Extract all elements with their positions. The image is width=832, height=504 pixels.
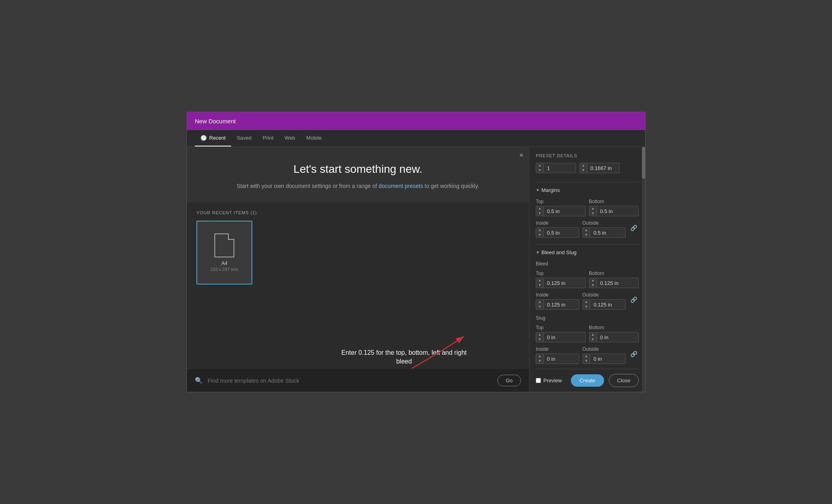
margins-inside-input[interactable] <box>544 228 576 237</box>
slug-link-icon[interactable]: 🔗 <box>629 349 639 359</box>
annotation-area: Enter 0.125 for the top, bottom, left an… <box>196 285 519 340</box>
tab-saved[interactable]: Saved <box>231 130 257 146</box>
bleed-outside-input[interactable] <box>590 300 622 309</box>
slug-inside-spinner: ▲ ▼ <box>536 354 544 364</box>
margins-top-bottom-row: Top ▲ ▼ Bottom ▲ ▼ <box>536 196 639 216</box>
go-button[interactable]: Go <box>497 375 521 386</box>
bleed-label: Bleed <box>536 261 639 267</box>
slug-outside-spinner: ▲ ▼ <box>583 354 590 364</box>
margins-bottom-down[interactable]: ▼ <box>589 211 596 216</box>
bleed-slug-section-header[interactable]: ▼ Bleed and Slug <box>536 249 639 255</box>
search-icon: 🔍 <box>195 377 203 384</box>
margins-bottom-spinner: ▲ ▼ <box>589 206 597 216</box>
bleed-inside-input[interactable] <box>544 300 576 309</box>
scrollbar-thumb[interactable] <box>642 147 645 179</box>
slug-outside-input-group: ▲ ▼ <box>582 354 626 364</box>
margins-outside-down[interactable]: ▼ <box>583 233 590 237</box>
bleed-bottom-col: Bottom ▲ ▼ <box>589 268 639 288</box>
bleed-top-input[interactable] <box>544 279 576 288</box>
margins-inside-input-group: ▲ ▼ <box>536 227 579 238</box>
bleed-slug-section-label: Bleed and Slug <box>541 249 576 255</box>
slug-bottom-up[interactable]: ▲ <box>589 332 596 337</box>
tab-print[interactable]: Print <box>257 130 279 146</box>
slug-top-input[interactable] <box>544 333 576 342</box>
bleed-bottom-spinner: ▲ ▼ <box>589 278 597 288</box>
slug-top-label: Top <box>536 325 586 330</box>
right-panel: PRESET DETAILS ▲ ▼ ▲ ▼ <box>529 147 645 392</box>
hero-section: × Let's start something new. Start with … <box>187 147 529 202</box>
margins-top-up[interactable]: ▲ <box>536 206 543 211</box>
slug-top-up[interactable]: ▲ <box>536 332 543 337</box>
bleed-bottom-input-group: ▲ ▼ <box>589 278 639 288</box>
width-down-arrow[interactable]: ▼ <box>536 168 543 173</box>
tab-web[interactable]: Web <box>279 130 301 146</box>
slug-inside-input[interactable] <box>544 354 576 364</box>
slug-inside-outside-row: Inside ▲ ▼ Outside <box>536 344 639 364</box>
margins-bottom-label: Bottom <box>589 199 639 204</box>
margins-top-down[interactable]: ▼ <box>536 211 543 216</box>
scrollbar-track <box>642 147 645 392</box>
slug-bottom-input[interactable] <box>597 333 629 342</box>
bleed-outside-up[interactable]: ▲ <box>583 300 590 304</box>
hero-close-button[interactable]: × <box>519 152 523 159</box>
tab-recent[interactable]: 🕐 Recent <box>195 130 231 146</box>
slug-outside-up[interactable]: ▲ <box>583 354 590 359</box>
slug-top-down[interactable]: ▼ <box>536 337 543 342</box>
bleed-bottom-up[interactable]: ▲ <box>589 278 596 283</box>
margins-top-input-group: ▲ ▼ <box>536 206 586 216</box>
preview-checkbox[interactable] <box>536 378 541 383</box>
bleed-bottom-down[interactable]: ▼ <box>589 283 596 288</box>
margins-outside-label: Outside <box>582 220 626 226</box>
bleed-outside-spinner: ▲ ▼ <box>583 300 590 309</box>
height-down-arrow[interactable]: ▼ <box>580 168 587 173</box>
close-dialog-button[interactable]: Close <box>609 374 639 387</box>
slug-inside-down[interactable]: ▼ <box>536 359 543 364</box>
margins-inside-up[interactable]: ▲ <box>536 228 543 233</box>
recent-item[interactable]: A4 210 x 297 mm <box>196 221 252 285</box>
document-presets-link[interactable]: document presets <box>378 183 423 189</box>
bleed-inside-down[interactable]: ▼ <box>536 304 543 309</box>
height-up-arrow[interactable]: ▲ <box>580 163 587 168</box>
margins-inside-down[interactable]: ▼ <box>536 233 543 237</box>
margins-outside-up[interactable]: ▲ <box>583 228 590 233</box>
slug-top-spinner: ▲ ▼ <box>536 332 544 342</box>
left-panel: × Let's start something new. Start with … <box>187 147 529 392</box>
height-input[interactable] <box>587 164 619 173</box>
recent-section: YOUR RECENT ITEMS (1) A4 210 x 297 mm En… <box>187 202 529 369</box>
bleed-top-down[interactable]: ▼ <box>536 283 543 288</box>
bleed-inside-spinner: ▲ ▼ <box>536 300 544 309</box>
bleed-bottom-label: Bottom <box>589 271 639 276</box>
margins-link-icon[interactable]: 🔗 <box>629 223 639 233</box>
margins-bottom-input[interactable] <box>597 207 629 216</box>
divider-margins <box>536 182 639 182</box>
divider-bleed <box>536 244 639 245</box>
bleed-bottom-input[interactable] <box>597 279 629 288</box>
dialog-body: × Let's start something new. Start with … <box>187 147 645 392</box>
width-up-arrow[interactable]: ▲ <box>536 163 543 168</box>
slug-outside-down[interactable]: ▼ <box>583 359 590 364</box>
search-input[interactable] <box>208 378 493 384</box>
bleed-top-bottom-row: Top ▲ ▼ Bottom ▲ ▼ <box>536 268 639 288</box>
margins-outside-col: Outside ▲ ▼ <box>582 218 626 238</box>
margins-bottom-up[interactable]: ▲ <box>589 206 596 211</box>
annotation-text: Enter 0.125 for the top, bottom, left an… <box>340 348 468 366</box>
slug-inside-col: Inside ▲ ▼ <box>536 344 579 364</box>
slug-bottom-down[interactable]: ▼ <box>589 337 596 342</box>
bleed-inside-up[interactable]: ▲ <box>536 300 543 304</box>
margins-section-header[interactable]: ▼ Margins <box>536 187 639 193</box>
slug-outside-input[interactable] <box>590 354 622 364</box>
slug-inside-up[interactable]: ▲ <box>536 354 543 359</box>
slug-inside-label: Inside <box>536 346 579 352</box>
margins-chevron-icon: ▼ <box>536 188 540 192</box>
bleed-top-up[interactable]: ▲ <box>536 278 543 283</box>
create-button[interactable]: Create <box>571 374 604 387</box>
bleed-outside-down[interactable]: ▼ <box>583 304 590 309</box>
tab-mobile[interactable]: Mobile <box>301 130 327 146</box>
margins-outside-input[interactable] <box>590 228 622 237</box>
slug-outside-col: Outside ▲ ▼ <box>582 344 626 364</box>
margins-top-input[interactable] <box>544 207 576 216</box>
width-input[interactable] <box>544 164 576 173</box>
document-icon <box>214 233 234 257</box>
bleed-link-icon[interactable]: 🔗 <box>629 295 639 304</box>
preview-checkbox-label[interactable]: Preview <box>536 378 562 383</box>
